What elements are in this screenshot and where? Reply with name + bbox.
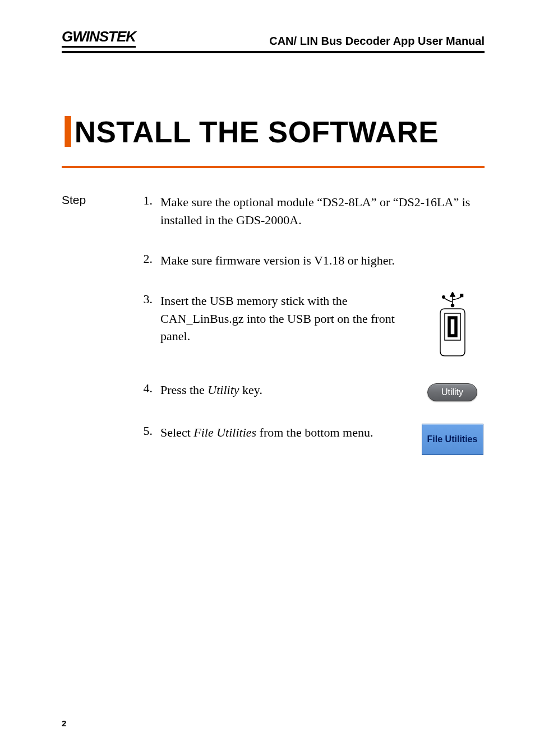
svg-rect-4	[460, 294, 463, 297]
brand-logo: GWINSTEK	[62, 28, 136, 48]
title-rest: NSTALL THE SOFTWARE	[75, 115, 439, 149]
svg-point-2	[451, 304, 454, 307]
steps-list: 1. Make sure the optional module “DS2-8L…	[140, 193, 485, 477]
step-text: Make sure firmware version is V1.18 or h…	[160, 252, 485, 270]
title-initial: I	[62, 106, 75, 156]
step-item: 4. Press the Utility key. Utility	[140, 381, 485, 401]
step-number: 3.	[140, 292, 153, 359]
step-icon-area	[420, 292, 485, 359]
step-text: Press the Utility key.	[160, 381, 406, 399]
file-utilities-button[interactable]: File Utilities	[422, 424, 483, 455]
step-icon-area: Utility	[420, 381, 485, 401]
svg-rect-7	[450, 319, 455, 335]
step-number: 5.	[140, 424, 153, 455]
step-item: 3. Insert the USB memory stick with the …	[140, 292, 485, 359]
step-icon-area: File Utilities	[420, 424, 485, 455]
step-heading: Step	[62, 193, 107, 477]
svg-point-3	[442, 295, 444, 298]
step-text: Make sure the optional module “DS2-8LA” …	[160, 193, 485, 229]
step-item: 1. Make sure the optional module “DS2-8L…	[140, 193, 485, 229]
page-title: INSTALL THE SOFTWARE	[62, 115, 485, 168]
usb-port-icon	[436, 292, 469, 359]
page-number: 2	[62, 718, 66, 728]
step-text: Select File Utilities from the bottom me…	[160, 424, 406, 442]
step-number: 1.	[140, 193, 153, 229]
document-title: CAN/ LIN Bus Decoder App User Manual	[269, 35, 485, 48]
step-text: Insert the USB memory stick with the CAN…	[160, 292, 406, 346]
step-item: 2. Make sure firmware version is V1.18 o…	[140, 252, 485, 270]
utility-button[interactable]: Utility	[427, 383, 477, 401]
logo-text: GWINSTEK	[62, 28, 136, 45]
content-area: Step 1. Make sure the optional module “D…	[62, 193, 485, 477]
page-header: GWINSTEK CAN/ LIN Bus Decoder App User M…	[62, 28, 485, 53]
step-item: 5. Select File Utilities from the bottom…	[140, 424, 485, 455]
step-number: 4.	[140, 381, 153, 401]
step-number: 2.	[140, 252, 153, 270]
svg-marker-1	[450, 292, 455, 296]
